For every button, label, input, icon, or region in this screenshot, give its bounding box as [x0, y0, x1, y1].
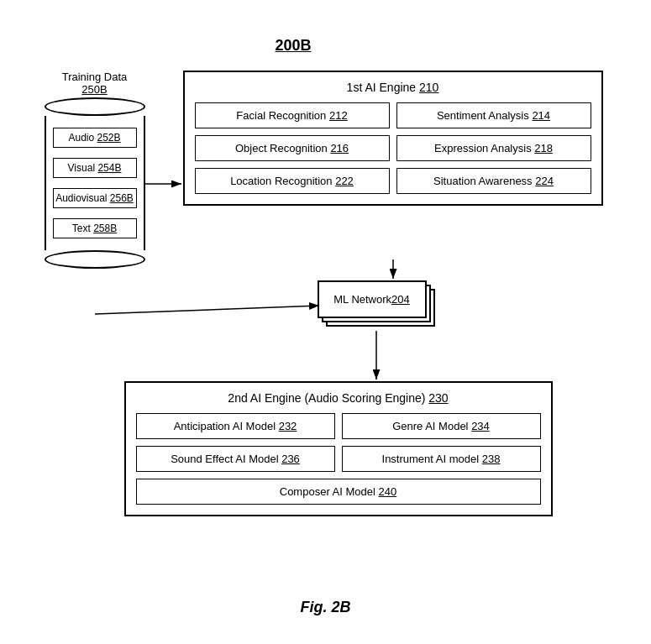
- location-recognition-box: Location Recognition 222: [195, 168, 390, 194]
- list-item: Text 258B: [53, 218, 137, 238]
- ml-network-stack: ML Network 204: [318, 280, 435, 331]
- sound-effect-ai-model-box: Sound Effect AI Model 236: [136, 446, 335, 472]
- cylinder-top: [45, 97, 145, 116]
- genre-ai-model-box: Genre AI Model 234: [342, 413, 541, 439]
- arrow-cylinder-to-ml: [95, 306, 319, 314]
- ai-engine-1-grid: Facial Recognition 212 Sentiment Analysi…: [195, 102, 591, 194]
- expression-analysis-box: Expression Analysis 218: [396, 135, 591, 161]
- cylinder-body: Audio 252B Visual 254B Audiovisual 256B …: [45, 116, 145, 250]
- cylinder-bottom: [45, 250, 145, 269]
- ai-engine-1-box: 1st AI Engine 210 Facial Recognition 212…: [183, 71, 603, 206]
- training-data-title: Training Data250B: [40, 71, 150, 96]
- ml-network-area: ML Network 204: [318, 280, 435, 331]
- list-item: Audiovisual 256B: [53, 188, 137, 208]
- sentiment-analysis-box: Sentiment Analysis 214: [396, 102, 591, 128]
- ai-engine-2-box: 2nd AI Engine (Audio Scoring Engine) 230…: [124, 381, 553, 516]
- diagram-container: 200B Training Data250B Audio 252B Visual…: [15, 20, 637, 625]
- ml-card-front: ML Network 204: [318, 280, 427, 318]
- composer-ai-model-box: Composer AI Model 240: [136, 479, 541, 505]
- anticipation-ai-model-box: Anticipation AI Model 232: [136, 413, 335, 439]
- situation-awareness-box: Situation Awareness 224: [396, 168, 591, 194]
- ai-engine-1-title: 1st AI Engine 210: [195, 81, 591, 94]
- cylinder: Audio 252B Visual 254B Audiovisual 256B …: [45, 97, 145, 269]
- ai-engine-2-title: 2nd AI Engine (Audio Scoring Engine) 230: [136, 391, 541, 405]
- ai-engine-2-grid: Anticipation AI Model 232 Genre AI Model…: [136, 413, 541, 472]
- facial-recognition-box: Facial Recognition 212: [195, 102, 390, 128]
- instrument-ai-model-box: Instrument AI model 238: [342, 446, 541, 472]
- list-item: Visual 254B: [53, 158, 137, 178]
- object-recognition-box: Object Recognition 216: [195, 135, 390, 161]
- main-label: 200B: [276, 37, 312, 55]
- training-data-area: Training Data250B Audio 252B Visual 254B…: [40, 71, 150, 269]
- fig-caption: Fig. 2B: [300, 599, 350, 616]
- list-item: Audio 252B: [53, 128, 137, 148]
